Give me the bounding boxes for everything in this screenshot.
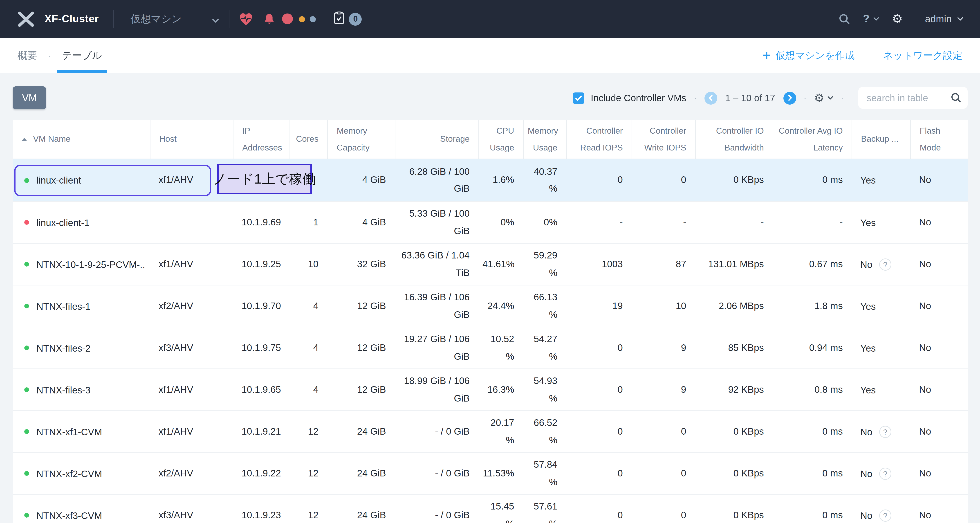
ip-addresses-cell: 10.1.9.69 [233, 202, 289, 243]
column-header-controller-io-bandwidth[interactable]: Controller IO Bandwidth [695, 120, 773, 159]
column-header-host[interactable]: Host [150, 120, 233, 159]
column-header-vm-name[interactable]: VM Name [13, 120, 150, 159]
table-controls: Include Controller VMs · 1 – 10 of 17 · … [573, 87, 968, 109]
table-row-linux-client[interactable]: linux-clientxf1/AHV4 GiB6.28 GiB / 100 G… [13, 159, 967, 201]
controller-avg-io-latency-cell: 0.94 ms [773, 327, 851, 369]
username: admin [925, 13, 952, 24]
ip-addresses-cell: 10.1.9.65 [233, 369, 289, 410]
check-icon [575, 95, 582, 101]
table-row-NTNX-xf1-CVM[interactable]: NTNX-xf1-CVMxf1/AHV10.1.9.211224 GiB- / … [13, 410, 967, 452]
cores-cell: 12 [289, 453, 327, 494]
column-header-ip-addresses[interactable]: IP Addresses [233, 120, 289, 159]
vm-name-cell[interactable]: NTNX-files-3 [13, 369, 150, 410]
backup-help-icon[interactable]: ? [879, 467, 891, 480]
backup-help-icon[interactable]: ? [879, 258, 891, 270]
cpu-usage-cell: 1.6% [479, 159, 523, 201]
ip-addresses-cell: 10.1.9.23 [233, 494, 289, 523]
memory-capacity-cell: 24 GiB [327, 411, 395, 452]
vm-status-on-icon [24, 262, 29, 267]
info-alert-dot-icon[interactable] [310, 16, 316, 22]
memory-capacity-cell: 12 GiB [327, 327, 395, 369]
pagination-next-button[interactable] [783, 92, 796, 104]
table-header-row: VM NameHostIP AddressesCoresMemory Capac… [13, 120, 967, 159]
backup-help-icon[interactable]: ? [879, 426, 891, 438]
backup-help-icon[interactable]: ? [879, 509, 891, 521]
vm-entity-button[interactable]: VM [13, 86, 46, 109]
cores-cell: 4 [289, 369, 327, 410]
controller-io-bandwidth-cell: 0 KBps [695, 159, 773, 201]
column-header-memory-usage[interactable]: Memory Usage [523, 120, 566, 159]
storage-cell: 16.39 GiB / 106 GiB [395, 285, 479, 327]
critical-alert-dot-icon[interactable] [282, 13, 293, 24]
column-header-controller-avg-io-latency[interactable]: Controller Avg IO Latency [773, 120, 851, 159]
cpu-usage-cell: 0% [479, 202, 523, 243]
table-settings-button[interactable] [814, 92, 833, 104]
vm-name-cell[interactable]: NTNX-xf1-CVM [13, 411, 150, 452]
vm-name-cell[interactable]: NTNX-files-1 [13, 285, 150, 327]
table-row-NTNX-files-1[interactable]: NTNX-files-1xf2/AHV10.1.9.70412 GiB16.39… [13, 285, 967, 327]
health-heart-icon[interactable] [239, 13, 253, 25]
search-icon[interactable] [839, 13, 850, 25]
entity-selector-label: 仮想マシン [130, 13, 182, 25]
vm-status-on-icon [24, 178, 29, 183]
column-header-controller-write-iops[interactable]: Controller Write IOPS [632, 120, 695, 159]
controller-write-iops-cell: 9 [632, 369, 695, 410]
tab-table[interactable]: テーブル [62, 38, 102, 73]
controller-io-bandwidth-cell: 2.06 MBps [695, 285, 773, 327]
host-cell: xf1/AHV [150, 369, 233, 410]
vm-name-cell[interactable]: NTNX-10-1-9-25-PCVM-... [13, 243, 150, 285]
table-row-NTNX-files-3[interactable]: NTNX-files-3xf1/AHV10.1.9.65412 GiB18.99… [13, 369, 967, 410]
vm-name-cell[interactable]: linux-client [13, 159, 150, 201]
vm-name-cell[interactable]: linux-client-1 [13, 202, 150, 243]
table-row-NTNX-files-2[interactable]: NTNX-files-2xf3/AHV10.1.9.75412 GiB19.27… [13, 327, 967, 369]
host-cell: xf3/AHV [150, 494, 233, 523]
pagination-prev-button[interactable] [704, 92, 717, 104]
table-row-NTNX-10-1-9-25-PCVM-...[interactable]: NTNX-10-1-9-25-PCVM-...xf1/AHV10.1.9.251… [13, 243, 967, 285]
column-header-storage[interactable]: Storage [395, 120, 479, 159]
warning-alert-dot-icon[interactable] [299, 16, 305, 22]
nutanix-x-logo-icon[interactable] [18, 11, 34, 27]
storage-cell: 18.99 GiB / 106 GiB [395, 369, 479, 410]
create-vm-link[interactable]: 仮想マシンを作成 [763, 49, 855, 62]
column-header-backup[interactable]: Backup ... [851, 120, 910, 159]
sort-ascending-icon [22, 138, 27, 141]
column-header-memory-capacity[interactable]: Memory Capacity [327, 120, 395, 159]
settings-gear-icon[interactable] [892, 13, 903, 25]
tasks-button[interactable]: 0 [334, 11, 362, 27]
separator-dot: · [803, 92, 807, 103]
user-menu-button[interactable]: admin [925, 13, 964, 24]
vm-name-cell[interactable]: NTNX-xf3-CVM [13, 494, 150, 523]
column-header-cpu-usage[interactable]: CPU Usage [479, 120, 523, 159]
include-controller-vms-checkbox[interactable] [573, 92, 585, 104]
network-config-link[interactable]: ネットワーク設定 [883, 49, 963, 62]
table-toolbar: VM Include Controller VMs · 1 – 10 of 17… [13, 86, 968, 109]
controller-read-iops-cell: 0 [566, 369, 632, 410]
tab-overview[interactable]: 概要 [18, 38, 37, 73]
table-search [859, 87, 968, 109]
table-row-NTNX-xf3-CVM[interactable]: NTNX-xf3-CVMxf3/AHV10.1.9.231224 GiB- / … [13, 494, 967, 523]
backup-cell: Yes [851, 159, 910, 201]
vm-status-on-icon [24, 471, 29, 476]
include-controller-vms-label[interactable]: Include Controller VMs [591, 92, 686, 103]
column-header-controller-read-iops[interactable]: Controller Read IOPS [566, 120, 632, 159]
vm-name-cell[interactable]: NTNX-files-2 [13, 327, 150, 369]
alerts-bell-icon[interactable] [263, 13, 275, 25]
controller-avg-io-latency-cell: 1.8 ms [773, 285, 851, 327]
vm-name-cell[interactable]: NTNX-xf2-CVM [13, 453, 150, 494]
host-cell: xf2/AHV [150, 453, 233, 494]
table-row-linux-client-1[interactable]: linux-client-110.1.9.6914 GiB5.33 GiB / … [13, 201, 967, 243]
controller-read-iops-cell: 0 [566, 327, 632, 369]
storage-cell: 5.33 GiB / 100 GiB [395, 202, 479, 243]
memory-usage-cell: 54.93 % [523, 369, 566, 410]
table-row-NTNX-xf2-CVM[interactable]: NTNX-xf2-CVMxf2/AHV10.1.9.221224 GiB- / … [13, 452, 967, 494]
controller-avg-io-latency-cell: 0 ms [773, 159, 851, 201]
column-header-flash-mode[interactable]: Flash Mode [910, 120, 967, 159]
flash-mode-cell: No [910, 243, 967, 285]
column-header-cores[interactable]: Cores [289, 120, 327, 159]
help-menu-button[interactable]: ? [863, 13, 879, 25]
host-cell [150, 202, 233, 243]
storage-cell: - / 0 GiB [395, 494, 479, 523]
entity-selector-dropdown[interactable]: 仮想マシン [114, 0, 229, 38]
controller-write-iops-cell: 0 [632, 494, 695, 523]
table-search-input[interactable] [859, 87, 968, 109]
